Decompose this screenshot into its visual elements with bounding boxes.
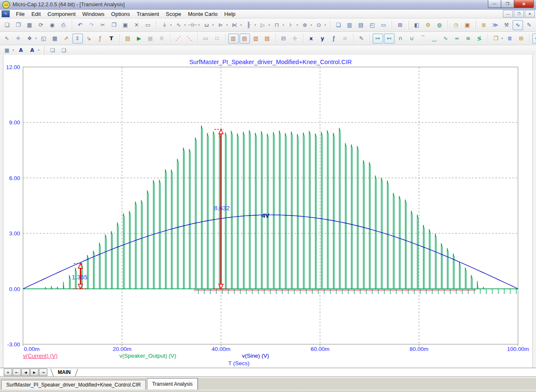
grid-options-icon[interactable]: ▦ <box>2 46 12 55</box>
print-icon[interactable]: ⎙ <box>58 20 69 30</box>
first-page-button[interactable]: ⇤ <box>13 369 21 376</box>
menu-scope[interactable]: Scope <box>162 10 185 18</box>
cursor-track-left-icon[interactable]: ↦ <box>373 34 383 44</box>
component-editor-icon[interactable]: ⚙ <box>423 20 433 30</box>
grid-options-dropdown[interactable]: ▾ <box>13 49 14 52</box>
menu-options[interactable]: Options <box>108 10 133 18</box>
preferences-icon[interactable]: ≣ <box>479 20 489 30</box>
stepping-icon[interactable]: ≫ <box>490 20 500 30</box>
copy-graph-dropdown[interactable]: ▾ <box>502 37 503 40</box>
animate-icon[interactable]: ◷ <box>451 20 461 30</box>
open-file-icon[interactable]: ❐ <box>13 20 23 30</box>
menu-transient[interactable]: Transient <box>133 10 162 18</box>
plot-properties-icon[interactable]: ▦ <box>50 34 60 44</box>
scale-icon[interactable]: ⇗ <box>61 34 72 44</box>
component-diode-icon[interactable]: ⊳ <box>215 20 226 30</box>
new-file-icon[interactable]: ❏ <box>2 20 12 30</box>
delete-icon[interactable]: ✕ <box>131 20 142 30</box>
page-tab-main[interactable]: MAIN <box>50 369 78 377</box>
plots-grouped-icon[interactable]: ▤ <box>240 34 250 44</box>
cursor-measure-marker[interactable]: 1.365 <box>72 263 88 289</box>
y-measure-icon[interactable]: y <box>317 34 328 44</box>
shapes-icon[interactable]: ❖ <box>24 34 35 44</box>
plots-separate-icon[interactable]: ▥ <box>251 34 261 44</box>
redo-icon[interactable]: ↷ <box>86 20 97 30</box>
tile-vertical-icon[interactable]: ▥ <box>344 20 355 30</box>
page-scroll-menu-button[interactable]: ▾ <box>4 369 12 376</box>
component-battery-dropdown[interactable]: ▾ <box>296 23 298 27</box>
component-mosfet-dropdown[interactable]: ▾ <box>254 23 256 27</box>
component-diode-dropdown[interactable]: ▾ <box>226 23 228 27</box>
component-opamp-icon[interactable]: ▷ <box>258 20 268 30</box>
zoom-box-icon[interactable]: ◱ <box>39 34 49 44</box>
mdi-restore-button[interactable]: ❐ <box>514 10 524 18</box>
overlay-plots-icon[interactable]: ⋱ <box>184 34 195 44</box>
copy-icon[interactable]: ❐ <box>109 20 119 30</box>
run-icon[interactable]: ▶ <box>134 34 144 44</box>
undo-icon[interactable]: ↶ <box>75 20 85 30</box>
font-icon[interactable]: A <box>16 46 26 55</box>
envelope-icon[interactable]: ≶ <box>474 34 485 44</box>
fx-scale-icon[interactable]: ƒ <box>95 34 106 44</box>
numeric-output-icon[interactable]: ≣ <box>505 34 515 44</box>
close-button[interactable]: ✕ <box>514 0 534 8</box>
restore-button[interactable]: ❐ <box>501 0 514 8</box>
legend-v-speaker-output[interactable]: v(Speaker_Output) (V) <box>119 353 176 359</box>
component-inductor-dropdown[interactable]: ▾ <box>212 23 214 27</box>
menu-help[interactable]: Help <box>221 10 239 18</box>
go-to-peak-icon[interactable]: ∩ <box>395 34 406 44</box>
print-preview-icon[interactable]: ◉ <box>47 20 57 30</box>
component-pulse-source-dropdown[interactable]: ▾ <box>283 23 284 27</box>
cascade-windows-icon[interactable]: ❏ <box>333 20 343 30</box>
component-capacitor-icon[interactable]: ⊣⊢ <box>187 20 198 30</box>
last-page-button[interactable]: ⇥ <box>39 369 47 376</box>
file-tab-active[interactable]: Transient Analysis <box>147 378 198 389</box>
text-tool-icon[interactable]: T <box>106 34 117 44</box>
select-region-icon[interactable]: ▭ <box>201 34 211 44</box>
legend-v-sine[interactable]: v(Sine) (V) <box>242 353 269 359</box>
go-to-global-low-icon[interactable]: ≋ <box>463 34 474 44</box>
bring-to-front-icon[interactable]: ❏ <box>47 46 58 55</box>
auto-scale-icon[interactable]: ⇕ <box>72 34 83 44</box>
go-to-high-icon[interactable]: ⌒ <box>418 34 428 44</box>
go-to-low-icon[interactable]: ‿ <box>429 34 440 44</box>
font-color-icon[interactable]: A <box>27 46 38 55</box>
save-file-icon[interactable]: ▦ <box>24 20 35 30</box>
component-ground-icon[interactable]: ⏚ <box>159 20 170 30</box>
stop-icon[interactable]: ■ <box>145 34 156 44</box>
box-select-icon[interactable]: ▭ <box>143 20 153 30</box>
minimize-button[interactable]: — <box>488 0 501 8</box>
properties-icon[interactable]: ▤ <box>123 34 133 44</box>
component-ground-dropdown[interactable]: ▾ <box>170 23 172 27</box>
fx-measure-icon[interactable]: ƒ <box>329 34 339 44</box>
horizontal-line-icon[interactable]: ⊟ <box>278 34 289 44</box>
mdi-close-button[interactable]: ✕ <box>525 10 535 18</box>
maximize-window-icon[interactable]: ▭ <box>378 20 389 30</box>
analysis-plot-icon[interactable]: ∿ <box>513 20 523 30</box>
component-sine-source-icon[interactable]: ⊙ <box>314 20 324 30</box>
font-color-dropdown[interactable]: ▾ <box>38 49 40 52</box>
next-page-button[interactable]: ▶ <box>30 369 39 376</box>
select-cursor-icon[interactable]: ⇖ <box>2 34 12 44</box>
cut-icon[interactable]: ✂ <box>98 20 108 30</box>
client-right-edge[interactable] <box>532 55 536 368</box>
menu-file[interactable]: File <box>13 10 28 18</box>
calculator-icon[interactable]: ⊞ <box>395 20 405 30</box>
menu-monte-carlo[interactable]: Monte Carlo <box>185 10 221 18</box>
horizontal-tag-icon[interactable]: ↔ <box>532 34 536 44</box>
previous-page-button[interactable]: ◀ <box>21 369 30 376</box>
legend-v-current[interactable]: v(Current) (V) <box>23 353 58 359</box>
web-icon[interactable]: ◍ <box>434 20 445 30</box>
component-capacitor-dropdown[interactable]: ▾ <box>198 23 200 27</box>
accumulate-plots-icon[interactable]: ⋰ <box>173 34 183 44</box>
active-window-icon[interactable]: ▣ <box>462 20 472 30</box>
x-measure-icon[interactable]: x <box>306 34 317 44</box>
plots-stacked-icon[interactable]: ▥ <box>228 34 239 44</box>
component-transistor-icon[interactable]: ⋉ <box>229 20 240 30</box>
shapes-dropdown[interactable]: ▾ <box>35 37 37 40</box>
cursor-crosshair-icon[interactable]: ⊹ <box>290 34 300 44</box>
go-to-global-high-icon[interactable]: ≈ <box>452 34 462 44</box>
paste-icon[interactable]: ▣ <box>120 20 131 30</box>
plot-edit-icon[interactable]: ✎ <box>524 20 534 30</box>
component-resistor-icon[interactable]: ∿ <box>173 20 184 30</box>
